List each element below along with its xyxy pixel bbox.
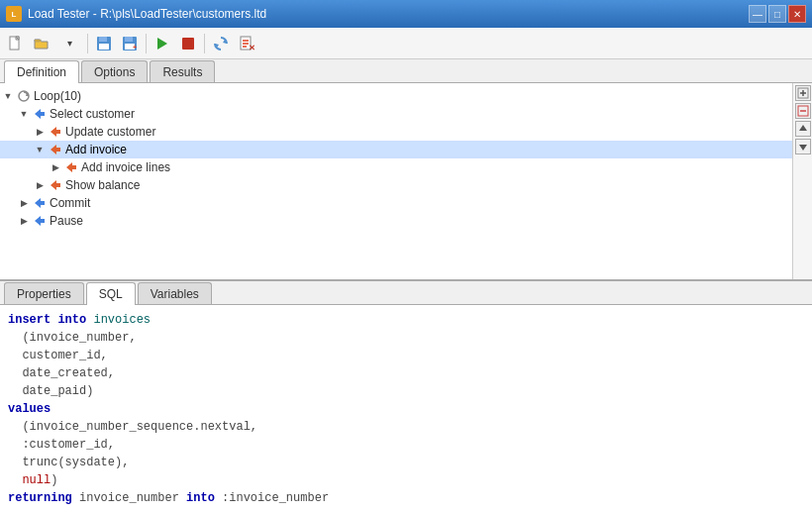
svg-rect-8 [125,37,133,42]
code-line-5: date_paid) [8,382,804,400]
node-label-update: Update customer [65,125,155,139]
tree-node-select[interactable]: ▼ Select customer [0,105,792,123]
pause-icon [32,213,48,229]
tree-node-show-balance[interactable]: ▶ Show balance [0,176,792,194]
saveas-button[interactable]: + [118,32,142,55]
toggle-pause[interactable]: ▶ [16,213,32,229]
code-line-9: trunc(sysdate), [8,454,804,471]
svg-marker-26 [51,180,60,190]
code-line-11: returning invoice_number into :invoice_n… [8,489,804,507]
tab-variables[interactable]: Variables [138,282,212,304]
svg-marker-11 [157,38,167,50]
refresh-button[interactable] [209,32,233,55]
top-panel: ▼ Loop(10) ▼ [0,83,812,281]
bottom-tab-bar: Properties SQL Variables [0,281,812,305]
tab-sql[interactable]: SQL [86,282,136,305]
code-line-4: date_created, [8,364,804,382]
window-controls: — □ ✕ [749,5,806,23]
tab-properties[interactable]: Properties [4,282,84,304]
stop-button[interactable] [176,32,200,55]
node-label-select: Select customer [50,107,135,121]
show-balance-icon [48,177,63,193]
save-button[interactable] [92,32,116,55]
tree-node-pause[interactable]: ▶ Pause [0,212,792,230]
update-icon [48,124,63,140]
commit-icon [32,195,48,211]
panels: ▼ Loop(10) ▼ [0,83,812,513]
tree-node-add-invoice-lines[interactable]: ▶ Add invoice lines [0,158,792,176]
node-label-add-invoice-lines: Add invoice lines [81,160,170,174]
svg-marker-35 [799,145,807,151]
code-line-6: values [8,400,804,418]
tree-node-loop[interactable]: ▼ Loop(10) [0,87,792,105]
separator-2 [146,34,147,53]
svg-marker-23 [51,127,60,137]
app-icon: L [6,6,22,22]
bottom-panel: Properties SQL Variables insert into inv… [0,281,812,513]
main-content: Definition Options Results ▼ [0,59,812,513]
node-label-pause: Pause [50,214,83,228]
minimize-button[interactable]: — [749,5,766,23]
toggle-add-invoice[interactable]: ▼ [32,142,48,157]
sidebar-remove-icon[interactable] [795,103,811,119]
node-label-loop: Loop(10) [34,89,81,103]
toggle-show-balance[interactable]: ▶ [32,177,48,193]
svg-rect-6 [99,44,109,50]
code-line-7: (invoice_number_sequence.nextval, [8,418,804,436]
svg-rect-12 [182,38,194,50]
node-label-commit: Commit [50,196,90,210]
svg-text:✕: ✕ [249,44,254,51]
code-editor[interactable]: insert into invoices (invoice_number, cu… [0,305,812,513]
code-line-2: (invoice_number, [8,329,804,347]
window-title: Load Tester - R:\pls\LoadTester\customer… [28,7,266,21]
tree-node-update[interactable]: ▶ Update customer [0,123,792,141]
separator-1 [87,34,88,53]
toggle-add-invoice-lines[interactable]: ▶ [48,159,63,175]
node-label-show-balance: Show balance [65,178,140,192]
svg-marker-25 [66,162,76,172]
close-button[interactable]: ✕ [788,5,806,23]
toggle-loop[interactable]: ▼ [0,88,16,104]
tree-area: ▼ Loop(10) ▼ [0,83,792,279]
svg-marker-24 [51,145,60,154]
svg-text:L: L [12,10,17,19]
tree-node-add-invoice[interactable]: ▼ Add invoice [0,141,792,158]
toolbar: ▾ + [0,28,812,59]
svg-marker-34 [799,125,807,131]
tree-sidebar [792,83,812,279]
script-button[interactable]: ✕ [235,32,258,55]
svg-rect-5 [99,37,107,42]
svg-marker-22 [35,109,45,119]
tab-definition[interactable]: Definition [4,60,79,83]
tree-node-commit[interactable]: ▶ Commit [0,194,792,212]
main-tab-bar: Definition Options Results [0,59,812,83]
open-button[interactable] [30,32,53,55]
new-button[interactable] [4,32,28,55]
svg-marker-27 [35,198,45,208]
select-icon [32,106,48,122]
sidebar-down-icon[interactable] [795,139,811,154]
separator-3 [204,34,205,53]
svg-marker-28 [35,216,45,226]
node-label-add-invoice: Add invoice [65,143,127,156]
loop-icon [16,88,32,104]
sidebar-add-icon[interactable] [795,85,811,101]
maximize-button[interactable]: □ [768,5,786,23]
add-invoice-icon [48,142,63,157]
run-button[interactable] [151,32,174,55]
add-invoice-lines-icon [63,159,79,175]
toggle-update[interactable]: ▶ [32,124,48,140]
svg-text:+: + [133,44,137,51]
tab-results[interactable]: Results [150,60,215,82]
code-line-10: null) [8,471,804,489]
tab-options[interactable]: Options [81,60,148,82]
toggle-select[interactable]: ▼ [16,106,32,122]
title-bar: L Load Tester - R:\pls\LoadTester\custom… [0,0,812,28]
code-line-8: :customer_id, [8,436,804,454]
toggle-commit[interactable]: ▶ [16,195,32,211]
code-line-1: insert into invoices [8,311,804,329]
sidebar-up-icon[interactable] [795,121,811,137]
open-dropdown[interactable]: ▾ [55,32,83,55]
code-line-3: customer_id, [8,347,804,364]
